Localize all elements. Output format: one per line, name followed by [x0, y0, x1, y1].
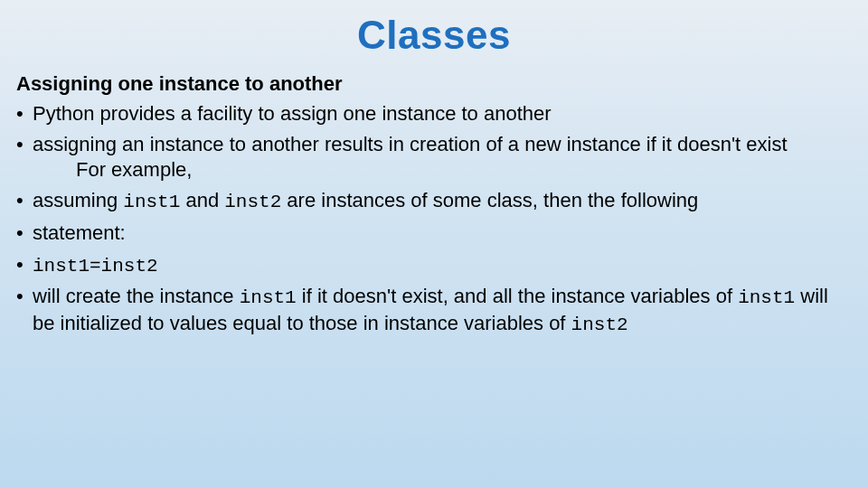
bullet-text: Python provides a facility to assign one… — [33, 102, 552, 125]
inline-code: inst2 — [571, 314, 628, 335]
inline-code: inst1 — [240, 287, 297, 308]
bullet-text: will create the instance — [33, 285, 240, 307]
list-item: assigning an instance to another results… — [16, 132, 852, 183]
bullet-text: if it doesn't exist, and all the instanc… — [297, 285, 738, 307]
inline-code: inst1=inst2 — [33, 256, 158, 277]
list-item: assuming inst1 and inst2 are instances o… — [16, 188, 852, 215]
list-item: statement: — [16, 221, 852, 246]
bullet-text: assigning an instance to another results… — [33, 133, 788, 155]
inline-code: inst1 — [738, 287, 795, 308]
inline-code: inst2 — [224, 192, 281, 212]
bullet-text: are instances of some class, then the fo… — [281, 189, 698, 211]
slide-title: Classes — [16, 13, 852, 58]
bullet-text: assuming — [33, 189, 123, 211]
bullet-text: statement: — [33, 221, 126, 244]
bullet-text: and — [180, 189, 224, 211]
list-item: inst1=inst2 — [16, 252, 852, 279]
list-item: Python provides a facility to assign one… — [16, 101, 852, 127]
bullet-subtext: For example, — [33, 157, 852, 183]
list-item: will create the instance inst1 if it doe… — [16, 284, 852, 338]
inline-code: inst1 — [123, 192, 180, 212]
slide-subheading: Assigning one instance to another — [16, 72, 852, 96]
bullet-list: Python provides a facility to assign one… — [16, 101, 852, 338]
